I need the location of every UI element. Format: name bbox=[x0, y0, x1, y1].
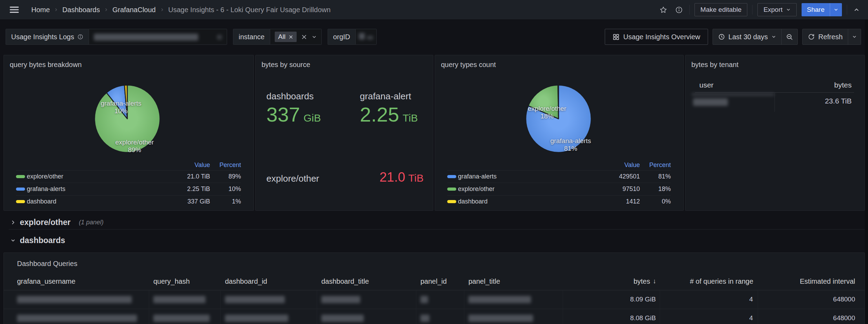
make-editable-button[interactable]: Make editable bbox=[694, 3, 747, 16]
orgid-filter-value[interactable] bbox=[356, 29, 377, 45]
legend-value-header[interactable]: Value bbox=[168, 161, 210, 169]
nav-divider bbox=[689, 5, 690, 15]
column-header-bytes-sorted[interactable]: bytes↓ bbox=[563, 277, 660, 285]
refresh-icon bbox=[808, 33, 815, 40]
panel-title[interactable]: Dashboard Queries bbox=[17, 260, 77, 268]
legend-swatch[interactable] bbox=[16, 200, 25, 203]
top-nav-bar: Home Dashboards GrafanaCloud Usage Insig… bbox=[0, 0, 868, 20]
breadcrumb-item-home[interactable]: Home bbox=[31, 6, 50, 14]
legend-percent-header[interactable]: Percent bbox=[640, 161, 671, 169]
variable-filters: Usage Insights Logs instance All bbox=[6, 29, 377, 45]
table-row: 8.08 GiB 4 648000 bbox=[4, 309, 865, 324]
datasource-filter-label: Usage Insights Logs bbox=[6, 29, 89, 45]
chip-remove-x-icon[interactable] bbox=[289, 35, 293, 39]
legend-swatch[interactable] bbox=[447, 188, 456, 191]
apps-grid-icon bbox=[612, 33, 620, 41]
panel-title[interactable]: query bytes breakdown bbox=[10, 61, 82, 69]
star-icon[interactable] bbox=[658, 5, 669, 15]
panel-query-types-count: query types count explore/other18% grafa… bbox=[435, 55, 684, 211]
legend-percent-header[interactable]: Percent bbox=[210, 161, 241, 169]
refresh-picker: Refresh bbox=[802, 29, 861, 45]
chevron-down-icon[interactable] bbox=[312, 34, 317, 40]
stat-dashboards: dashboards 337 GiB bbox=[266, 91, 321, 125]
panel-bytes-by-tenant: bytes by tenant user bytes 23.6 TiB bbox=[685, 55, 865, 211]
share-menu-chevron-icon[interactable] bbox=[830, 3, 842, 16]
column-header-panel-title[interactable]: panel_title bbox=[464, 277, 563, 285]
datasource-filter-label-text: Usage Insights Logs bbox=[11, 33, 74, 41]
column-header-query-hash[interactable]: query_hash bbox=[149, 277, 221, 285]
column-header-user[interactable]: user bbox=[699, 81, 714, 89]
panel-query-bytes-breakdown: query bytes breakdown grafana-alerts10% … bbox=[3, 55, 254, 211]
nav-actions: Make editable Export Share bbox=[658, 3, 868, 16]
share-button[interactable]: Share bbox=[802, 3, 842, 16]
datasource-filter-value[interactable] bbox=[89, 29, 227, 45]
legend-swatch[interactable] bbox=[16, 188, 25, 191]
instance-value-chip[interactable]: All bbox=[275, 32, 297, 42]
refresh-interval-chevron[interactable] bbox=[848, 29, 861, 44]
collapse-controls-chevron-up-icon[interactable] bbox=[852, 5, 861, 14]
export-button[interactable]: Export bbox=[757, 3, 797, 16]
table-row: 8.09 GiB 4 648000 bbox=[4, 290, 865, 309]
make-editable-label: Make editable bbox=[700, 6, 741, 14]
column-header-panel-id[interactable]: panel_id bbox=[416, 277, 464, 285]
stat-unit: TiB bbox=[403, 112, 418, 124]
column-header-queries-in-range[interactable]: # of queries in range bbox=[660, 277, 758, 285]
legend-percent: 81% bbox=[640, 173, 671, 180]
legend-value-header[interactable]: Value bbox=[598, 161, 640, 169]
breadcrumb-item-dashboards[interactable]: Dashboards bbox=[62, 6, 100, 14]
instance-chip-label: All bbox=[278, 33, 286, 41]
column-header-estimated-interval[interactable]: Estimated interval bbox=[758, 277, 865, 285]
zoom-out-time-range-button[interactable] bbox=[782, 29, 797, 44]
magnifier-minus-icon bbox=[786, 33, 793, 41]
legend-swatch[interactable] bbox=[447, 200, 456, 203]
instance-filter: instance All bbox=[233, 29, 322, 45]
scrollbar-track[interactable] bbox=[865, 20, 868, 324]
row-dashboards[interactable]: dashboards bbox=[9, 233, 865, 247]
legend-swatch[interactable] bbox=[16, 175, 25, 178]
stat-values: dashboards 337 GiB grafana-alert 2.25 Ti… bbox=[266, 91, 418, 125]
panel-title[interactable]: bytes by tenant bbox=[691, 61, 739, 69]
legend-series-name[interactable]: dashboard bbox=[458, 198, 598, 205]
legend-row: explore/other21.0 TiB89% bbox=[16, 170, 241, 183]
redacted-panel-title bbox=[468, 315, 533, 322]
redacted-dashboard-id bbox=[225, 296, 285, 303]
redacted-panel-id bbox=[420, 315, 429, 322]
pie-callout-grafana-alerts: grafana-alerts81% bbox=[550, 137, 591, 152]
column-header-bytes[interactable]: bytes bbox=[834, 81, 852, 89]
panel-dashboard-queries: Dashboard Queries grafana_username query… bbox=[3, 252, 865, 324]
legend-series-name[interactable]: grafana-alerts bbox=[27, 185, 168, 193]
panels-row: query bytes breakdown grafana-alerts10% … bbox=[3, 55, 865, 211]
breadcrumb: Home Dashboards GrafanaCloud Usage Insig… bbox=[31, 6, 331, 14]
legend-value: 1412 bbox=[598, 198, 640, 205]
breadcrumb-separator-icon bbox=[104, 8, 108, 12]
instance-filter-value[interactable]: All bbox=[270, 29, 322, 45]
legend-series-name[interactable]: explore/other bbox=[27, 173, 168, 180]
column-header-dashboard-title[interactable]: dashboard_title bbox=[317, 277, 416, 285]
legend-rows: grafana-alerts42950181%explore/other9751… bbox=[447, 170, 671, 208]
legend-series-name[interactable]: explore/other bbox=[458, 185, 598, 193]
usage-insights-overview-button[interactable]: Usage Insights Overview bbox=[605, 29, 708, 45]
chevron-down-icon bbox=[786, 7, 791, 12]
legend-series-name[interactable]: dashboard bbox=[27, 198, 168, 205]
export-label: Export bbox=[763, 6, 782, 14]
legend-series-name[interactable]: grafana-alerts bbox=[458, 173, 598, 180]
share-label: Share bbox=[802, 3, 830, 16]
refresh-button[interactable]: Refresh bbox=[803, 29, 848, 44]
breadcrumb-item-grafanacloud[interactable]: GrafanaCloud bbox=[112, 6, 156, 14]
redacted-query-hash bbox=[153, 296, 206, 303]
info-icon[interactable] bbox=[674, 5, 684, 15]
menu-hamburger-icon[interactable] bbox=[8, 5, 20, 15]
panel-title[interactable]: query types count bbox=[441, 61, 496, 69]
stat-grafana-alert: grafana-alert 2.25 TiB bbox=[360, 91, 418, 125]
panel-title[interactable]: bytes by source bbox=[262, 61, 310, 69]
column-header-dashboard-id[interactable]: dashboard_id bbox=[221, 277, 317, 285]
time-range-button[interactable]: Last 30 days bbox=[713, 29, 781, 44]
row-explore-other[interactable]: explore/other (1 panel) bbox=[9, 216, 865, 230]
column-header-grafana-username[interactable]: grafana_username bbox=[4, 277, 149, 285]
clear-selection-x-icon[interactable] bbox=[301, 34, 307, 40]
estimated-interval-cell: 648000 bbox=[758, 309, 865, 324]
legend-swatch[interactable] bbox=[447, 175, 456, 178]
legend-percent: 89% bbox=[210, 173, 241, 180]
instance-filter-label: instance bbox=[233, 29, 270, 45]
breadcrumb-separator-icon bbox=[54, 8, 58, 12]
